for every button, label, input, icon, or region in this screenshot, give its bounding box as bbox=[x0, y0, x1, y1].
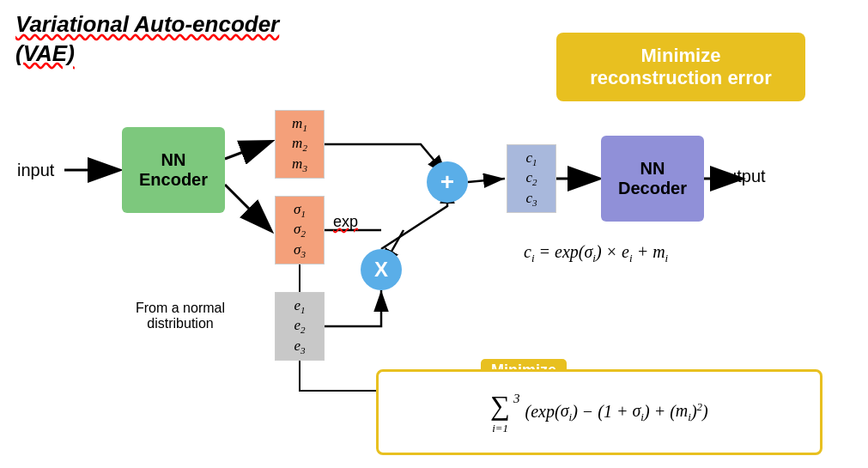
plus-circle: + bbox=[427, 161, 468, 203]
sigma1-label: σ1 bbox=[294, 201, 306, 219]
m2-label: m2 bbox=[292, 135, 307, 153]
output-label: output bbox=[718, 167, 766, 186]
page-title: Variational Auto-encoder (VAE) bbox=[15, 10, 279, 69]
c1-label: c1 bbox=[525, 149, 537, 167]
m1-label: m1 bbox=[292, 115, 307, 133]
svg-line-4 bbox=[225, 185, 270, 230]
c3-label: c3 bbox=[525, 190, 537, 208]
e-values-box: e1 e2 e3 bbox=[275, 292, 325, 361]
svg-line-5 bbox=[468, 179, 505, 182]
e3-label: e3 bbox=[294, 337, 305, 356]
nn-decoder-box: NNDecoder bbox=[601, 136, 704, 222]
sigma2-label: σ2 bbox=[294, 221, 306, 239]
e2-label: e2 bbox=[294, 317, 305, 335]
m-values-box: m1 m2 m3 bbox=[275, 110, 325, 179]
m3-label: m3 bbox=[292, 155, 307, 173]
sigma-values-box: σ1 σ2 σ3 bbox=[275, 196, 325, 264]
c-values-box: c1 c2 c3 bbox=[507, 144, 556, 213]
minimize-recon-box: Minimizereconstruction error bbox=[556, 33, 805, 101]
minimize-kl-box: ∑ i=1 3 (exp(σi) − (1 + σi) + (mi)2) bbox=[376, 369, 822, 455]
normal-distribution-label: From a normaldistribution bbox=[112, 301, 249, 331]
nn-encoder-box: NNEncoder bbox=[122, 127, 225, 213]
exp-label: exp bbox=[333, 213, 358, 231]
c2-label: c2 bbox=[525, 169, 537, 187]
times-circle: X bbox=[361, 249, 402, 290]
svg-line-3 bbox=[225, 142, 270, 159]
e1-label: e1 bbox=[294, 297, 305, 315]
kl-formula: ∑ i=1 3 (exp(σi) − (1 + σi) + (mi)2) bbox=[490, 390, 707, 435]
sigma3-label: σ3 bbox=[294, 241, 306, 259]
input-label: input bbox=[17, 161, 54, 180]
ci-equation-label: ci = exp(σi) × ei + mi bbox=[524, 242, 668, 265]
